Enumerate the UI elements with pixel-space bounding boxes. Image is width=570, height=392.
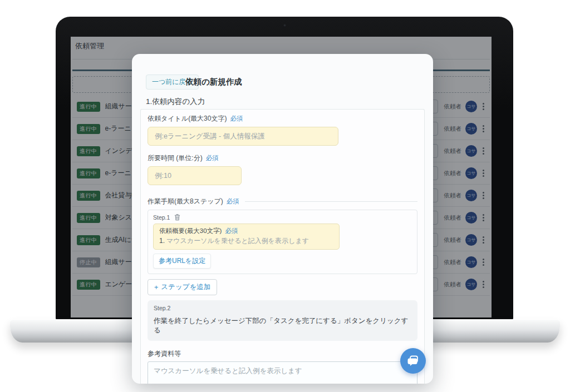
reference-label: 参考資料等 bbox=[148, 349, 417, 359]
plus-icon: + bbox=[154, 284, 158, 291]
create-request-modal: 一つ前に戻る 依頼の新規作成 1.依頼内容の入力 依頼タイトル(最大30文字) … bbox=[132, 54, 433, 384]
step-1-overview-input[interactable]: 依頼概要(最大30文字) 必須 1.マウスカーソルを乗せると記入例を表示します bbox=[153, 224, 340, 250]
required-badge: 必須 bbox=[230, 115, 243, 123]
steps-label: 作業手順(最大8ステップ) 必須 bbox=[148, 197, 417, 206]
required-badge: 必須 bbox=[206, 154, 219, 162]
required-badge: 必須 bbox=[225, 227, 238, 235]
step-overview-label: 依頼概要(最大30文字) bbox=[159, 227, 222, 235]
step-number-prefix: 1. bbox=[159, 237, 165, 245]
chat-bubbles-icon bbox=[406, 354, 420, 368]
duration-input[interactable]: 例:10 bbox=[148, 166, 242, 185]
trash-icon[interactable] bbox=[174, 214, 181, 221]
webcam-dot bbox=[283, 24, 286, 27]
step-1-name: Step.1 bbox=[153, 214, 170, 221]
add-step-button[interactable]: + ステップを追加 bbox=[148, 279, 217, 295]
required-badge: 必須 bbox=[227, 197, 239, 206]
step-1-container: Step.1 依頼概要(最大30文字) 必須 1.マウスカーソルを乗せると記入例… bbox=[148, 210, 417, 274]
modal-title: 依頼の新規作成 bbox=[185, 77, 242, 87]
step-2-name: Step.2 bbox=[154, 305, 411, 311]
reference-textarea[interactable]: マウスカーソルを乗せると記入例を表示します bbox=[148, 361, 417, 384]
duration-label: 所要時間 (単位:分) 必須 bbox=[148, 153, 417, 163]
step-2-text: 作業を終了したらメッセージ下部の「タスクを完了にする」ボタンをクリックする bbox=[154, 316, 411, 335]
chat-launcher-button[interactable] bbox=[400, 348, 426, 374]
step-overview-placeholder: マウスカーソルを乗せると記入例を表示します bbox=[166, 237, 309, 245]
request-form-card: 依頼タイトル(最大30文字) 必須 例:eラーニング受講 - 個人情報保護 所要… bbox=[140, 109, 425, 384]
request-title-input[interactable]: 例:eラーニング受講 - 個人情報保護 bbox=[148, 127, 338, 146]
step-2-container: Step.2 作業を終了したらメッセージ下部の「タスクを完了にする」ボタンをクリ… bbox=[148, 300, 417, 341]
step-1-header: Step.1 bbox=[153, 214, 412, 221]
section-title: 1.依頼内容の入力 bbox=[146, 97, 205, 107]
page: 依頼管理 進行中 組織サーベイ回 新規作成 依頼者 コサ 進行中 bbox=[0, 0, 570, 392]
request-title-label: 依頼タイトル(最大30文字) 必須 bbox=[148, 114, 417, 123]
set-reference-url-button[interactable]: 参考URLを設定 bbox=[153, 254, 211, 269]
